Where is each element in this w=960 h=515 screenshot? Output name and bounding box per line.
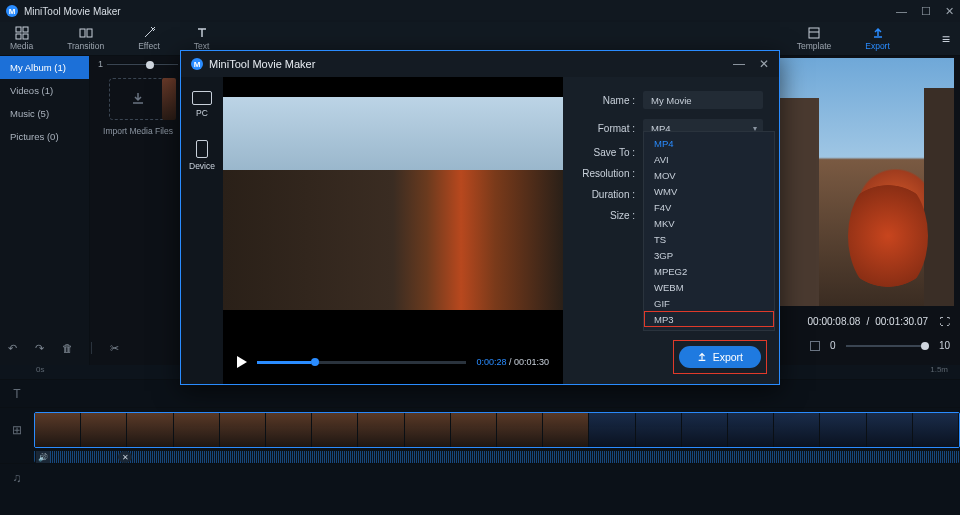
name-input[interactable]: My Movie [643,91,763,109]
dialog-titlebar: M MiniTool Movie Maker — ✕ [181,51,779,77]
video-clip[interactable] [34,412,960,448]
audio-waveform[interactable] [34,451,960,463]
sidebar-item-my-album[interactable]: My Album (1) [0,56,89,79]
export-dialog: M MiniTool Movie Maker — ✕ PC Device [180,50,780,385]
dialog-preview: 0:00:28 / 00:01:30 [223,77,563,384]
svg-rect-4 [80,29,85,37]
format-option-mkv[interactable]: MKV [644,215,774,231]
format-dropdown: MP4 AVI MOV WMV F4V MKV TS 3GP MPEG2 WEB… [643,131,775,331]
export-target-device[interactable]: Device [189,140,215,171]
preview-current-time: 00:00:08.08 [808,316,861,327]
export-upload-icon [697,352,707,362]
preview-panel [759,58,954,318]
export-button-highlight: Export [673,340,767,374]
sidebar-item-pictures[interactable]: Pictures (0) [0,125,89,148]
toolbar-transition-button[interactable]: Transition [67,26,104,51]
media-grid-icon [15,26,29,40]
preview-frame [759,58,954,306]
preview-total-time: 00:01:30.07 [875,316,928,327]
size-label: Size : [579,210,643,221]
text-icon [195,26,209,40]
audio-track-icon: ♫ [0,471,34,485]
redo-icon[interactable]: ↷ [35,342,44,355]
format-option-mpeg2[interactable]: MPEG2 [644,263,774,279]
text-track-icon: T [0,387,34,401]
app-titlebar: M MiniTool Movie Maker — ☐ ✕ [0,0,960,22]
effect-wand-icon [142,26,156,40]
import-download-icon [129,90,147,108]
format-option-mp4[interactable]: MP4 [644,135,774,151]
preview-time-readout: 00:00:08.08/00:01:30.07 ⛶ [808,316,950,327]
export-target-pc[interactable]: PC [192,91,212,118]
format-label: Format : [579,123,643,134]
timeline-audio-track[interactable]: ♫ [0,463,960,491]
format-option-mp3[interactable]: MP3 [644,311,774,327]
format-option-3gp[interactable]: 3GP [644,247,774,263]
dialog-logo-icon: M [191,58,203,70]
toolbar-export-button[interactable]: Export [865,26,890,51]
app-logo-icon: M [6,5,18,17]
timeline: 0s 1.5m T ⊞ 🔊 ✕ ♫ [0,365,960,515]
sidebar-item-videos[interactable]: Videos (1) [0,79,89,102]
toolbar-text-button[interactable]: Text [194,26,210,51]
video-track-icon: ⊞ [0,423,34,437]
template-icon [807,26,821,40]
svg-rect-2 [16,34,21,39]
cut-scissors-icon[interactable]: ✂ [110,342,119,355]
volume-slider[interactable] [846,345,929,347]
dialog-target-rail: PC Device [181,77,223,384]
svg-rect-6 [809,28,819,38]
svg-rect-0 [16,27,21,32]
format-option-wmv[interactable]: WMV [644,183,774,199]
export-upload-icon [871,26,885,40]
delete-icon[interactable]: 🗑 [62,342,73,355]
dialog-minimize-icon[interactable]: — [733,57,745,71]
window-minimize-icon[interactable]: — [896,5,907,18]
media-thumbnail[interactable] [162,78,176,120]
format-option-ts[interactable]: TS [644,231,774,247]
dialog-current-time: 0:00:28 [476,357,506,367]
sidebar-item-music[interactable]: Music (5) [0,102,89,125]
window-close-icon[interactable]: ✕ [945,5,954,18]
fullscreen-icon[interactable]: ⛶ [940,316,950,327]
format-option-f4v[interactable]: F4V [644,199,774,215]
format-option-mov[interactable]: MOV [644,167,774,183]
undo-icon[interactable]: ↶ [8,342,17,355]
saveto-label: Save To : [579,147,643,158]
volume-left-label: 0 [830,340,836,351]
import-media-button[interactable] [109,78,167,120]
timeline-action-row: ↶ ↷ 🗑 ✂ [8,342,119,355]
pc-monitor-icon [192,91,212,105]
play-icon[interactable] [237,356,247,368]
svg-rect-3 [23,34,28,39]
window-maximize-icon[interactable]: ☐ [921,5,931,18]
export-button[interactable]: Export [679,346,761,368]
media-panel: Import Media Files [98,78,178,136]
dialog-total-time: 00:01:30 [514,357,549,367]
toolbar-effect-button[interactable]: Effect [138,26,160,51]
export-form: Name : My Movie Format : MP4▾ Save To : … [563,77,779,384]
preview-player-controls: 0 10 [810,340,950,351]
transition-icon [79,26,93,40]
resolution-label: Resolution : [579,168,643,179]
svg-rect-1 [23,27,28,32]
stop-icon[interactable] [810,341,820,351]
menu-hamburger-icon[interactable]: ≡ [942,31,950,47]
format-option-webm[interactable]: WEBM [644,279,774,295]
duration-label: Duration : [579,189,643,200]
toolbar-media-button[interactable]: Media [10,26,33,51]
dialog-title: MiniTool Movie Maker [209,58,315,70]
format-option-avi[interactable]: AVI [644,151,774,167]
dialog-close-icon[interactable]: ✕ [759,57,769,71]
name-label: Name : [579,95,643,106]
clip-mute-icon[interactable]: 🔊 [36,451,50,463]
dialog-seek-slider[interactable] [257,361,466,364]
format-option-gif[interactable]: GIF [644,295,774,311]
timeline-video-track[interactable]: ⊞ [0,407,960,451]
toolbar-template-button[interactable]: Template [797,26,832,51]
dialog-preview-frame [223,97,563,340]
device-phone-icon [196,140,208,158]
app-title: MiniTool Movie Maker [24,6,121,17]
clip-split-icon[interactable]: ✕ [118,451,132,463]
import-media-label: Import Media Files [98,126,178,136]
